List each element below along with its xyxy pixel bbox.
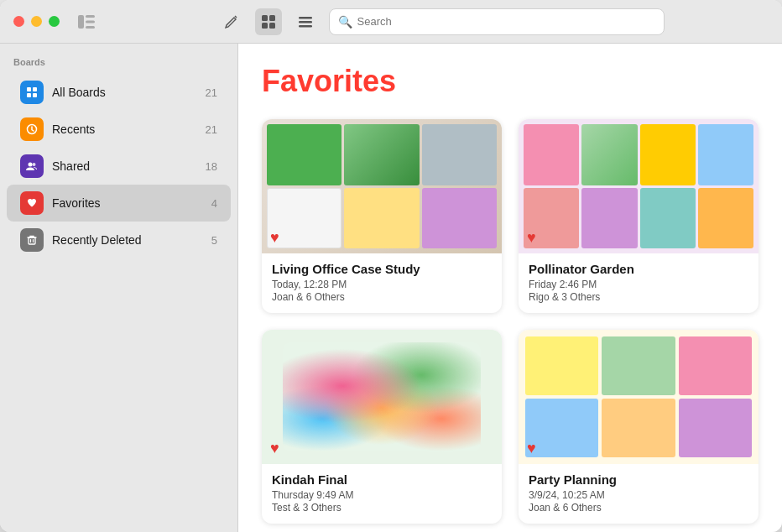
board-name-kindah-final: Kindah Final bbox=[272, 472, 492, 487]
svg-rect-18 bbox=[29, 237, 35, 244]
sidebar-item-shared-label: Shared bbox=[52, 159, 197, 173]
thumb-cell bbox=[525, 336, 598, 395]
thumb-cell bbox=[581, 124, 637, 185]
favorite-heart-pollinator-garden[interactable]: ♥ bbox=[527, 229, 536, 247]
all-boards-icon bbox=[20, 81, 44, 104]
page-title: Favorites bbox=[262, 64, 759, 99]
svg-rect-0 bbox=[78, 15, 84, 29]
traffic-lights bbox=[13, 16, 60, 27]
titlebar-center: 🔍 bbox=[113, 8, 769, 35]
svg-rect-14 bbox=[33, 93, 37, 97]
board-date-kindah-final: Thursday 9:49 AM bbox=[272, 489, 492, 501]
favorite-heart-party-planning[interactable]: ♥ bbox=[527, 440, 536, 457]
sidebar-item-recents[interactable]: Recents 21 bbox=[7, 111, 231, 148]
svg-rect-4 bbox=[262, 15, 268, 21]
compose-icon bbox=[223, 13, 240, 30]
board-date-pollinator-garden: Friday 2:46 PM bbox=[529, 279, 748, 290]
sidebar-item-recently-deleted-label: Recently Deleted bbox=[52, 233, 203, 247]
thumb-cell bbox=[581, 188, 637, 249]
thumb-cell bbox=[640, 124, 696, 185]
sidebar-item-all-boards-label: All Boards bbox=[52, 86, 197, 99]
sidebar-item-recently-deleted[interactable]: Recently Deleted 5 bbox=[7, 222, 231, 258]
svg-rect-2 bbox=[86, 20, 95, 23]
grid-view-button[interactable] bbox=[255, 8, 282, 35]
sidebar-item-all-boards-count: 21 bbox=[206, 86, 217, 99]
search-icon: 🔍 bbox=[338, 15, 352, 29]
sidebar-item-favorites[interactable]: Favorites 4 bbox=[7, 185, 231, 222]
sidebar-item-all-boards[interactable]: All Boards 21 bbox=[7, 74, 231, 111]
thumb-cell bbox=[640, 188, 696, 249]
minimize-button[interactable] bbox=[31, 16, 42, 27]
svg-rect-6 bbox=[262, 23, 268, 29]
board-info-living-office: Living Office Case Study Today, 12:28 PM… bbox=[262, 253, 502, 313]
sidebar-section-label: Boards bbox=[0, 57, 237, 74]
svg-rect-13 bbox=[27, 93, 31, 97]
sidebar-item-favorites-label: Favorites bbox=[52, 196, 203, 210]
favorite-heart-kindah-final[interactable]: ♥ bbox=[270, 440, 279, 457]
board-thumbnail-pollinator-garden: ♥ bbox=[519, 119, 759, 253]
favorites-icon bbox=[20, 191, 44, 215]
thumb-cell bbox=[344, 124, 419, 185]
thumbnail-art-living bbox=[262, 119, 502, 253]
recents-icon bbox=[20, 117, 44, 141]
board-thumbnail-party-planning: ♥ bbox=[519, 330, 759, 464]
thumb-cell bbox=[679, 336, 752, 395]
main-layout: Boards All Boards 21 bbox=[0, 44, 782, 532]
thumb-cell bbox=[524, 124, 579, 185]
thumb-cell bbox=[344, 188, 419, 249]
board-participants-living-office: Joan & 6 Others bbox=[272, 291, 492, 303]
thumbnail-art-kindah bbox=[262, 330, 502, 464]
board-name-pollinator-garden: Pollinator Garden bbox=[529, 262, 748, 276]
board-card-living-office[interactable]: ♥ Living Office Case Study Today, 12:28 … bbox=[262, 119, 502, 313]
svg-rect-11 bbox=[27, 87, 31, 91]
boards-grid: ♥ Living Office Case Study Today, 12:28 … bbox=[262, 119, 759, 524]
titlebar: 🔍 bbox=[0, 0, 782, 44]
board-date-living-office: Today, 12:28 PM bbox=[272, 279, 492, 290]
thumb-cell bbox=[698, 188, 753, 249]
board-name-party-planning: Party Planning bbox=[529, 472, 748, 487]
new-board-button[interactable] bbox=[218, 8, 245, 35]
svg-rect-5 bbox=[269, 15, 275, 21]
svg-rect-9 bbox=[299, 21, 312, 23]
kindah-art bbox=[283, 342, 481, 451]
thumb-cell bbox=[422, 124, 497, 185]
svg-rect-7 bbox=[269, 23, 275, 29]
thumbnail-art-pollinator bbox=[519, 119, 759, 253]
app-window: 🔍 Boards All Boards 21 bbox=[0, 0, 782, 532]
board-card-pollinator-garden[interactable]: ♥ Pollinator Garden Friday 2:46 PM Rigo … bbox=[519, 119, 759, 313]
svg-rect-3 bbox=[86, 26, 95, 29]
board-thumbnail-living-office: ♥ bbox=[262, 119, 502, 253]
board-date-party-planning: 3/9/24, 10:25 AM bbox=[529, 489, 748, 501]
thumb-cell bbox=[679, 399, 752, 457]
sidebar-toggle-icon bbox=[78, 15, 95, 29]
svg-rect-12 bbox=[33, 87, 37, 91]
sidebar-item-favorites-count: 4 bbox=[211, 197, 217, 210]
search-bar[interactable]: 🔍 bbox=[329, 8, 665, 35]
thumb-cell bbox=[422, 188, 497, 249]
board-thumbnail-kindah-final: ♥ bbox=[262, 330, 502, 464]
sidebar-item-recents-count: 21 bbox=[206, 123, 217, 136]
recently-deleted-icon bbox=[20, 228, 44, 252]
search-input[interactable] bbox=[357, 15, 655, 28]
close-button[interactable] bbox=[13, 16, 24, 27]
sidebar-item-recents-label: Recents bbox=[52, 123, 197, 136]
board-card-party-planning[interactable]: ♥ Party Planning 3/9/24, 10:25 AM Joan &… bbox=[519, 330, 759, 524]
maximize-button[interactable] bbox=[49, 16, 60, 27]
sidebar-item-shared-count: 18 bbox=[206, 160, 217, 173]
board-name-living-office: Living Office Case Study bbox=[272, 262, 492, 276]
sidebar-item-recently-deleted-count: 5 bbox=[211, 234, 217, 247]
favorite-heart-living-office[interactable]: ♥ bbox=[270, 229, 279, 247]
svg-point-16 bbox=[29, 163, 33, 167]
svg-rect-1 bbox=[86, 15, 95, 18]
sidebar-toggle-button[interactable] bbox=[73, 8, 100, 35]
board-info-pollinator-garden: Pollinator Garden Friday 2:46 PM Rigo & … bbox=[519, 253, 759, 313]
board-card-kindah-final[interactable]: ♥ Kindah Final Thursday 9:49 AM Test & 3… bbox=[262, 330, 502, 524]
board-participants-kindah-final: Test & 3 Others bbox=[272, 502, 492, 514]
list-icon bbox=[297, 13, 314, 30]
board-info-party-planning: Party Planning 3/9/24, 10:25 AM Joan & 6… bbox=[519, 464, 759, 524]
thumb-cell bbox=[602, 336, 675, 395]
sidebar-item-shared[interactable]: Shared 18 bbox=[7, 148, 231, 185]
svg-rect-8 bbox=[299, 17, 312, 19]
thumb-cell bbox=[602, 399, 675, 457]
list-view-button[interactable] bbox=[292, 8, 319, 35]
